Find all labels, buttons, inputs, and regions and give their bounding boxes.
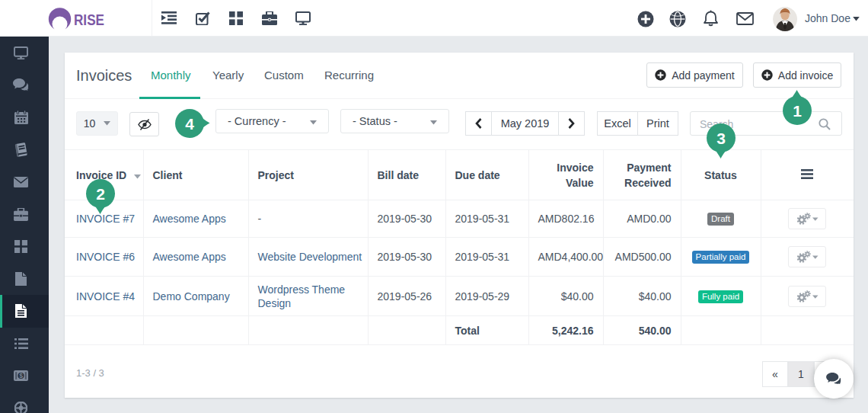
svg-text:4: 4 — [185, 115, 194, 133]
svg-text:2: 2 — [96, 185, 105, 203]
svg-text:$: $ — [19, 372, 23, 379]
svg-text:1: 1 — [793, 102, 802, 120]
svg-text:3: 3 — [716, 130, 726, 147]
